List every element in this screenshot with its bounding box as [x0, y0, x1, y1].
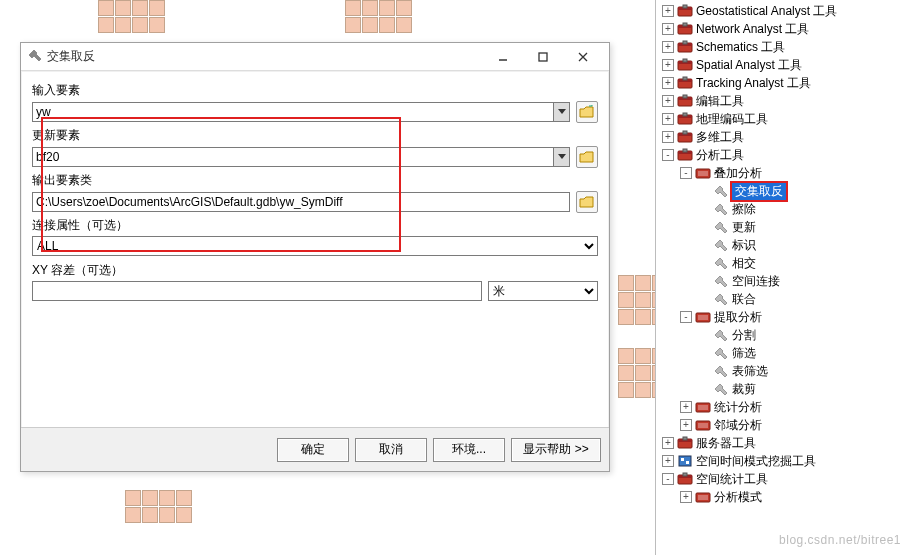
tree-node-label[interactable]: 联合 — [732, 291, 756, 308]
show-help-button[interactable]: 显示帮助 >> — [511, 438, 601, 462]
expand-icon[interactable]: + — [662, 23, 674, 35]
tree-node[interactable]: +邻域分析 — [656, 416, 915, 434]
tree-node-label[interactable]: Schematics 工具 — [696, 39, 785, 56]
tree-node-label[interactable]: 交集取反 — [732, 183, 786, 200]
tree-node-label[interactable]: 表筛选 — [732, 363, 768, 380]
tree-node-label[interactable]: 分析模式 — [714, 489, 762, 506]
expand-icon[interactable]: + — [680, 401, 692, 413]
tree-node-label[interactable]: 叠加分析 — [714, 165, 762, 182]
expand-icon[interactable]: + — [662, 77, 674, 89]
svg-rect-4 — [683, 5, 687, 8]
collapse-icon[interactable]: - — [662, 149, 674, 161]
update-features-combo[interactable] — [32, 147, 570, 167]
close-button[interactable] — [563, 45, 603, 69]
tree-node[interactable]: 标识 — [656, 236, 915, 254]
tree-node[interactable]: 擦除 — [656, 200, 915, 218]
tree-node-label[interactable]: 擦除 — [732, 201, 756, 218]
expand-icon[interactable]: + — [662, 437, 674, 449]
output-fc-field[interactable] — [32, 192, 570, 212]
tree-node[interactable]: 分割 — [656, 326, 915, 344]
tree-node[interactable]: +Tracking Analyst 工具 — [656, 74, 915, 92]
expand-icon[interactable]: + — [680, 491, 692, 503]
expand-icon[interactable]: + — [662, 95, 674, 107]
tree-node-label[interactable]: 空间时间模式挖掘工具 — [696, 453, 816, 470]
tree-node[interactable]: +空间时间模式挖掘工具 — [656, 452, 915, 470]
tree-node-label[interactable]: 筛选 — [732, 345, 756, 362]
expand-icon[interactable]: + — [662, 455, 674, 467]
tree-node[interactable]: 交集取反 — [656, 182, 915, 200]
expand-icon[interactable]: + — [662, 113, 674, 125]
tree-node-label[interactable]: Spatial Analyst 工具 — [696, 57, 802, 74]
tree-node-label[interactable]: 相交 — [732, 255, 756, 272]
tree-node-label[interactable]: 分割 — [732, 327, 756, 344]
minimize-button[interactable] — [483, 45, 523, 69]
tree-node-label[interactable]: 邻域分析 — [714, 417, 762, 434]
tree-node[interactable]: -叠加分析 — [656, 164, 915, 182]
input-features-field[interactable] — [32, 102, 570, 122]
arcToolbox-tree[interactable]: +Geostatistical Analyst 工具+Network Analy… — [655, 0, 915, 555]
toolbox-space-icon — [677, 454, 693, 468]
tree-node-label[interactable]: 提取分析 — [714, 309, 762, 326]
tree-node-label[interactable]: Network Analyst 工具 — [696, 21, 809, 38]
tree-node-label[interactable]: 编辑工具 — [696, 93, 744, 110]
tree-node-label[interactable]: 统计分析 — [714, 399, 762, 416]
tree-node[interactable]: 更新 — [656, 218, 915, 236]
environments-button[interactable]: 环境... — [433, 438, 505, 462]
svg-rect-39 — [683, 437, 687, 440]
input-features-combo[interactable] — [32, 102, 570, 122]
expand-icon[interactable]: + — [662, 59, 674, 71]
browse-output-button[interactable] — [576, 191, 598, 213]
ok-button[interactable]: 确定 — [277, 438, 349, 462]
tree-node-label[interactable]: 服务器工具 — [696, 435, 756, 452]
chevron-down-icon[interactable] — [553, 148, 569, 166]
tree-node[interactable]: 裁剪 — [656, 380, 915, 398]
join-attr-select[interactable]: ALL — [32, 236, 598, 256]
symdiff-dialog: 交集取反 输入要素 更新要素 输出要 — [20, 42, 610, 472]
expand-icon[interactable]: + — [680, 419, 692, 431]
tree-node[interactable]: +统计分析 — [656, 398, 915, 416]
tree-node[interactable]: +Network Analyst 工具 — [656, 20, 915, 38]
browse-update-button[interactable] — [576, 146, 598, 168]
collapse-icon[interactable]: - — [662, 473, 674, 485]
tree-node-label[interactable]: Geostatistical Analyst 工具 — [696, 3, 837, 20]
tree-node-label[interactable]: Tracking Analyst 工具 — [696, 75, 811, 92]
collapse-icon[interactable]: - — [680, 311, 692, 323]
tree-node[interactable]: 筛选 — [656, 344, 915, 362]
titlebar[interactable]: 交集取反 — [21, 43, 609, 71]
tree-node-label[interactable]: 空间连接 — [732, 273, 780, 290]
tree-node[interactable]: 表筛选 — [656, 362, 915, 380]
xy-tolerance-field[interactable] — [32, 281, 482, 301]
tree-node[interactable]: +服务器工具 — [656, 434, 915, 452]
tree-node[interactable]: -提取分析 — [656, 308, 915, 326]
expand-icon[interactable]: + — [662, 41, 674, 53]
cancel-button[interactable]: 取消 — [355, 438, 427, 462]
tree-node-label[interactable]: 分析工具 — [696, 147, 744, 164]
tree-node[interactable]: -空间统计工具 — [656, 470, 915, 488]
tree-node-label[interactable]: 多维工具 — [696, 129, 744, 146]
tree-node-label[interactable]: 地理编码工具 — [696, 111, 768, 128]
tree-node[interactable]: +Geostatistical Analyst 工具 — [656, 2, 915, 20]
tree-node[interactable]: 联合 — [656, 290, 915, 308]
tree-node[interactable]: +编辑工具 — [656, 92, 915, 110]
maximize-button[interactable] — [523, 45, 563, 69]
update-features-field[interactable] — [32, 147, 570, 167]
expand-icon[interactable]: + — [662, 131, 674, 143]
tree-node[interactable]: +地理编码工具 — [656, 110, 915, 128]
tree-node-label[interactable]: 空间统计工具 — [696, 471, 768, 488]
tree-node-label[interactable]: 标识 — [732, 237, 756, 254]
toolbox-icon — [695, 166, 711, 180]
tree-node[interactable]: 空间连接 — [656, 272, 915, 290]
tree-node[interactable]: -分析工具 — [656, 146, 915, 164]
tree-node-label[interactable]: 更新 — [732, 219, 756, 236]
browse-input-button[interactable] — [576, 101, 598, 123]
chevron-down-icon[interactable] — [553, 103, 569, 121]
collapse-icon[interactable]: - — [680, 167, 692, 179]
tree-node-label[interactable]: 裁剪 — [732, 381, 756, 398]
tree-node[interactable]: +Schematics 工具 — [656, 38, 915, 56]
xy-tolerance-unit-select[interactable]: 米 — [488, 281, 598, 301]
tree-node[interactable]: +分析模式 — [656, 488, 915, 506]
tree-node[interactable]: +Spatial Analyst 工具 — [656, 56, 915, 74]
expand-icon[interactable]: + — [662, 5, 674, 17]
tree-node[interactable]: 相交 — [656, 254, 915, 272]
tree-node[interactable]: +多维工具 — [656, 128, 915, 146]
